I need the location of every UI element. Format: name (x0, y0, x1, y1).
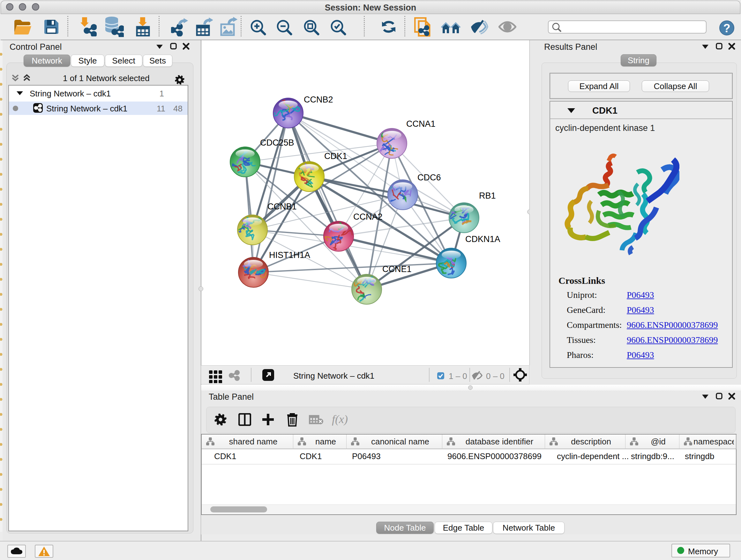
svg-text:CCNA1: CCNA1 (406, 119, 435, 129)
svg-text:CCNE1: CCNE1 (382, 264, 412, 274)
svg-text:RB1: RB1 (479, 191, 496, 200)
svg-text:CCNA2: CCNA2 (353, 212, 383, 222)
svg-text:CCNB1: CCNB1 (267, 202, 297, 211)
svg-text:CDC6: CDC6 (417, 173, 441, 182)
svg-text:CDKN1A: CDKN1A (465, 234, 500, 244)
svg-text:CCNB2: CCNB2 (304, 95, 333, 105)
svg-text:CDK1: CDK1 (324, 151, 347, 161)
svg-text:CDC25B: CDC25B (260, 138, 294, 147)
svg-text:HIST1H1A: HIST1H1A (269, 250, 310, 260)
